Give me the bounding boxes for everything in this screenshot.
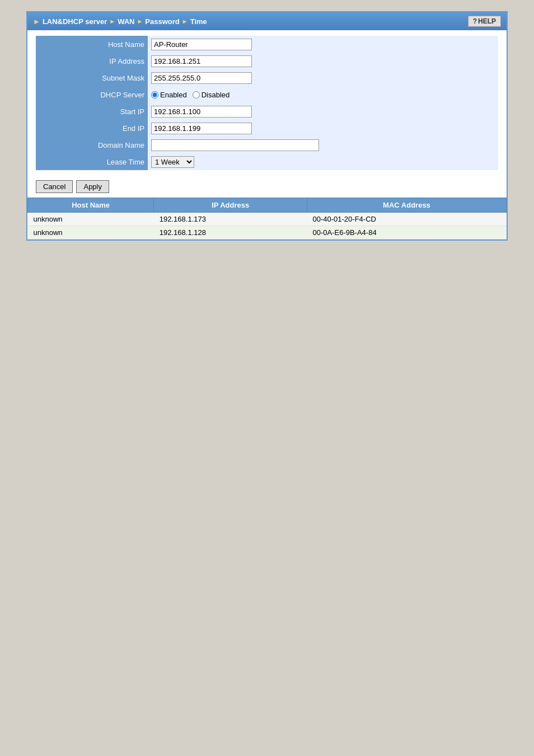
form-row-dhcpserver: DHCP Server Enabled Disabled <box>36 86 498 103</box>
form-row-domainname: Domain Name <box>36 137 498 153</box>
col-header-ipaddress: IP Address <box>154 198 307 213</box>
dhcp-table: Host Name IP Address MAC Address unknown… <box>27 198 507 240</box>
form-row-subnetmask: Subnet Mask <box>36 69 498 86</box>
input-domainname[interactable] <box>151 139 319 151</box>
dhcp-row-mac: 00-40-01-20-F4-CD <box>307 213 506 226</box>
outer-frame: ► LAN&DHCP server ► WAN ► Password ► Tim… <box>0 0 534 756</box>
label-subnetmask: Subnet Mask <box>36 69 148 86</box>
dhcp-table-section: Host Name IP Address MAC Address unknown… <box>27 198 507 240</box>
dhcp-row-hostname: unknown <box>28 213 154 226</box>
input-subnetmask[interactable] <box>151 72 252 84</box>
value-hostname <box>148 36 498 53</box>
label-startip: Start IP <box>36 103 148 120</box>
input-hostname[interactable] <box>151 39 252 50</box>
select-leasetime[interactable]: 1 Week 2 Weeks 1 Month <box>151 156 194 168</box>
form-table: Host Name IP Address Subnet <box>36 36 498 170</box>
main-panel: ► LAN&DHCP server ► WAN ► Password ► Tim… <box>26 11 508 241</box>
button-row: Cancel Apply <box>27 176 507 198</box>
dhcp-radio-group: Enabled Disabled <box>151 91 495 99</box>
label-domainname: Domain Name <box>36 137 148 153</box>
form-row-leasetime: Lease Time 1 Week 2 Weeks 1 Month <box>36 153 498 170</box>
nav-separator-2: ► <box>137 18 143 25</box>
radio-disabled[interactable] <box>193 91 200 98</box>
label-ipaddress: IP Address <box>36 53 148 69</box>
radio-disabled-label[interactable]: Disabled <box>193 91 230 99</box>
help-icon: ? <box>473 17 477 25</box>
col-header-macaddress: MAC Address <box>307 198 506 213</box>
value-subnetmask <box>148 69 498 86</box>
dhcp-row-mac: 00-0A-E6-9B-A4-84 <box>307 226 506 240</box>
form-row-startip: Start IP <box>36 103 498 120</box>
help-button[interactable]: ? HELP <box>468 16 501 27</box>
value-leasetime: 1 Week 2 Weeks 1 Month <box>148 153 498 170</box>
value-endip <box>148 120 498 137</box>
dhcp-table-header-row: Host Name IP Address MAC Address <box>28 198 507 213</box>
dhcp-row-ip: 192.168.1.173 <box>154 213 307 226</box>
form-section: Host Name IP Address Subnet <box>27 30 507 176</box>
help-label: HELP <box>478 17 496 25</box>
apply-button[interactable]: Apply <box>76 180 109 193</box>
nav-item-wan[interactable]: WAN <box>118 17 134 26</box>
nav-item-lan[interactable]: LAN&DHCP server <box>43 17 107 26</box>
input-startip[interactable] <box>151 106 252 118</box>
nav-item-time[interactable]: Time <box>190 17 207 26</box>
dhcp-table-row: unknown 192.168.1.173 00-40-01-20-F4-CD <box>28 213 507 226</box>
label-endip: End IP <box>36 120 148 137</box>
input-endip[interactable] <box>151 123 252 134</box>
form-row-hostname: Host Name <box>36 36 498 53</box>
dhcp-row-ip: 192.168.1.128 <box>154 226 307 240</box>
nav-item-password[interactable]: Password <box>145 17 179 26</box>
nav-separator-3: ► <box>182 18 188 25</box>
value-domainname <box>148 137 498 153</box>
col-header-hostname: Host Name <box>28 198 154 213</box>
label-leasetime: Lease Time <box>36 153 148 170</box>
radio-enabled[interactable] <box>151 91 158 98</box>
value-dhcpserver: Enabled Disabled <box>148 86 498 103</box>
nav-links: ► LAN&DHCP server ► WAN ► Password ► Tim… <box>33 17 207 26</box>
dhcp-row-hostname: unknown <box>28 226 154 240</box>
cancel-button[interactable]: Cancel <box>36 180 73 193</box>
value-ipaddress <box>148 53 498 69</box>
label-hostname: Host Name <box>36 36 148 53</box>
dhcp-table-row: unknown 192.168.1.128 00-0A-E6-9B-A4-84 <box>28 226 507 240</box>
value-startip <box>148 103 498 120</box>
nav-arrow-icon: ► <box>33 17 40 26</box>
input-ipaddress[interactable] <box>151 55 252 67</box>
form-row-endip: End IP <box>36 120 498 137</box>
nav-bar: ► LAN&DHCP server ► WAN ► Password ► Tim… <box>27 12 507 30</box>
label-dhcpserver: DHCP Server <box>36 86 148 103</box>
form-row-ipaddress: IP Address <box>36 53 498 69</box>
radio-enabled-label[interactable]: Enabled <box>151 91 187 99</box>
nav-separator-1: ► <box>109 18 115 25</box>
